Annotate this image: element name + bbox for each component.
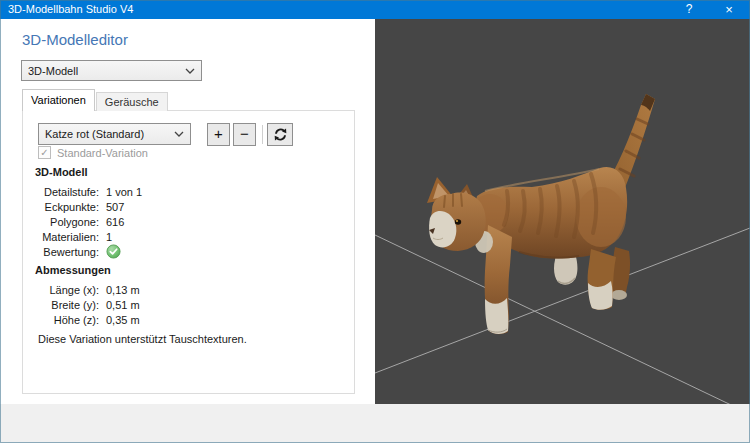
- standard-variation-label: Standard-Variation: [57, 147, 148, 159]
- model-type-dropdown-value: 3D-Modell: [28, 65, 78, 77]
- info-row-eckpunkte: Eckpunkte: 507: [38, 199, 142, 214]
- add-variation-button[interactable]: +: [207, 123, 230, 146]
- refresh-icon: [273, 127, 288, 142]
- variation-dropdown-value: Katze rot (Standard): [45, 128, 144, 140]
- dim-row-breite: Breite (y): 0,51 m: [38, 297, 140, 312]
- variation-dropdown[interactable]: Katze rot (Standard): [38, 123, 191, 145]
- page-title: 3D-Modelleditor: [22, 31, 128, 48]
- dimensions-list: Länge (x): 0,13 m Breite (y): 0,51 m Höh…: [38, 282, 140, 327]
- info-row-polygone: Polygone: 616: [38, 214, 142, 229]
- 3d-viewport[interactable]: [375, 19, 750, 404]
- window-title: 3D-Modellbahn Studio V4: [8, 0, 133, 19]
- chevron-down-icon: [174, 131, 184, 137]
- dim-row-hoehe: Höhe (z): 0,35 m: [38, 312, 140, 327]
- info-row-detailstufe: Detailstufe: 1 von 1: [38, 184, 142, 199]
- rating-ok-icon: [106, 244, 121, 259]
- dimensions-section-heading: Abmessungen: [35, 264, 111, 276]
- close-icon: ×: [725, 2, 733, 17]
- chevron-down-icon: [185, 68, 195, 74]
- reload-variation-button[interactable]: [267, 123, 293, 146]
- footer-bar: Speichern Abbrechen: [0, 404, 750, 443]
- dialog-window: 3D-Modellbahn Studio V4 ? × 3D-Modelledi…: [0, 0, 750, 443]
- plus-icon: +: [214, 125, 223, 142]
- model-info-list: Detailstufe: 1 von 1 Eckpunkte: 507 Poly…: [38, 184, 142, 259]
- titlebar[interactable]: 3D-Modellbahn Studio V4 ? ×: [0, 0, 750, 19]
- info-row-materialien: Materialien: 1: [38, 229, 142, 244]
- model-type-dropdown[interactable]: 3D-Modell: [21, 60, 202, 81]
- standard-variation-checkbox[interactable]: ✓ Standard-Variation: [38, 146, 148, 159]
- model-section-heading: 3D-Modell: [35, 166, 88, 178]
- checkbox-check-icon: ✓: [38, 146, 51, 159]
- cat-model: [427, 94, 655, 334]
- tab-variationen[interactable]: Variationen: [22, 89, 95, 111]
- help-button[interactable]: ?: [672, 0, 706, 19]
- dim-row-laenge: Länge (x): 0,13 m: [38, 282, 140, 297]
- minus-icon: −: [240, 125, 249, 142]
- remove-variation-button[interactable]: −: [233, 123, 256, 146]
- toolbar-separator: [262, 125, 263, 144]
- variation-note: Diese Variation unterstützt Tauschtextur…: [38, 333, 247, 345]
- tab-bar: Variationen Geräusche: [22, 89, 168, 111]
- info-row-bewertung: Bewertung:: [38, 244, 142, 259]
- tab-geraeusche[interactable]: Geräusche: [96, 92, 168, 111]
- help-icon: ?: [686, 2, 693, 16]
- close-button[interactable]: ×: [712, 0, 746, 19]
